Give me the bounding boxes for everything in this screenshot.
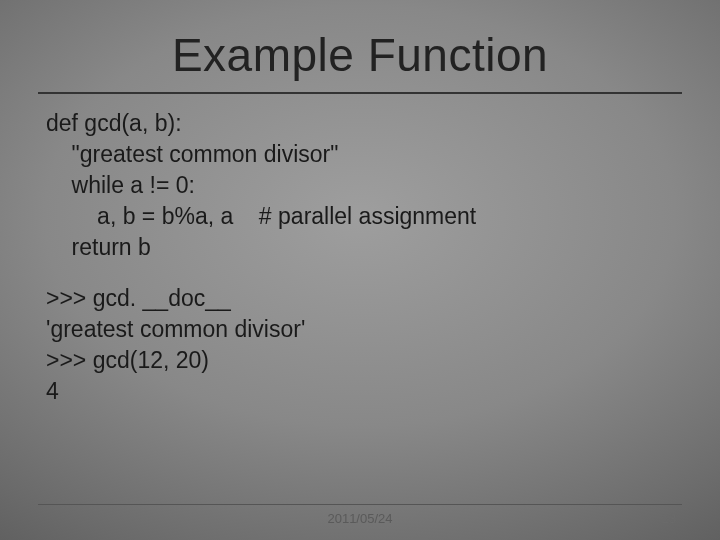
slide: Example Function def gcd(a, b): "greates… [0, 0, 720, 540]
code-line: "greatest common divisor" [46, 141, 338, 167]
footer-page: 23 [636, 511, 676, 526]
code-line: def gcd(a, b): [46, 110, 182, 136]
footer-date: 2011/05/24 [84, 511, 636, 526]
output-line: 4 [46, 378, 59, 404]
footer-row: 2011/05/24 23 [0, 511, 720, 526]
slide-footer: 2011/05/24 23 [0, 504, 720, 526]
output-line: 'greatest common divisor' [46, 316, 305, 342]
output-block: >>> gcd. __doc__ 'greatest common diviso… [46, 283, 674, 407]
code-line: a, b = b%a, a # parallel assignment [46, 203, 476, 229]
output-line: >>> gcd. __doc__ [46, 285, 231, 311]
code-line: while a != 0: [46, 172, 195, 198]
code-line: return b [46, 234, 151, 260]
slide-body: def gcd(a, b): "greatest common divisor"… [0, 94, 720, 407]
output-line: >>> gcd(12, 20) [46, 347, 209, 373]
slide-title: Example Function [0, 0, 720, 92]
code-block: def gcd(a, b): "greatest common divisor"… [46, 108, 674, 263]
divider-bottom [38, 504, 682, 505]
